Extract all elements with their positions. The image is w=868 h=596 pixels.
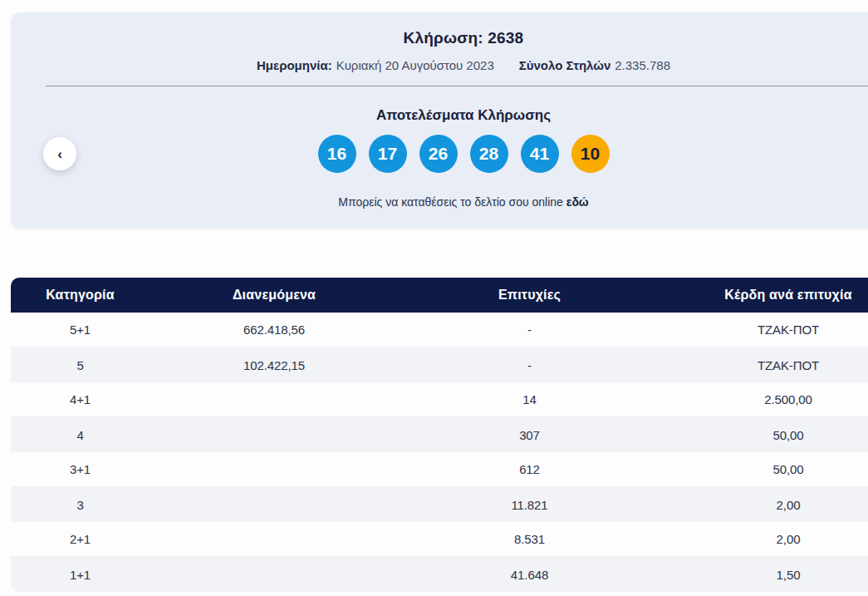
- online-submit-text: Μπορείς να καταθέσεις το δελτίο σου onli…: [11, 195, 868, 209]
- category-cell: 5+1: [11, 313, 150, 347]
- distributed-cell: [150, 557, 399, 592]
- winners-cell: 11.821: [399, 487, 660, 522]
- distributed-cell: [150, 522, 399, 557]
- category-cell: 4+1: [11, 382, 150, 417]
- winners-cell: 8.531: [399, 522, 660, 557]
- winners-cell: -: [399, 347, 660, 382]
- prize-cell: 2,00: [660, 487, 868, 522]
- table-row: 1+141.6481,50: [11, 557, 868, 592]
- prize-cell: 2,00: [660, 522, 868, 557]
- winners-cell: 307: [399, 417, 660, 452]
- table-row: 311.8212,00: [11, 487, 868, 522]
- prize-cell: 1,50: [660, 557, 868, 592]
- total-columns: Σύνολο Στηλών2.335.788: [519, 58, 670, 72]
- table-row: 3+161250,00: [11, 452, 868, 487]
- distributed-cell: 662.418,56: [150, 313, 399, 347]
- category-cell: 4: [11, 417, 150, 452]
- prize-table-section: Κατηγορία Διανεμόμενα Επιτυχίες Κέρδη αν…: [11, 278, 868, 592]
- panel-divider: [46, 86, 868, 86]
- category-cell: 3+1: [11, 452, 150, 487]
- winning-number-ball: 26: [419, 135, 458, 173]
- prize-cell: 50,00: [660, 417, 868, 452]
- total-columns-label: Σύνολο Στηλών: [519, 58, 611, 72]
- table-row: 2+18.5312,00: [11, 522, 868, 557]
- prize-cell: ΤΖΑΚ-ΠΟΤ: [660, 347, 868, 382]
- column-header-prize: Κέρδη ανά επιτυχία: [660, 278, 868, 313]
- table-row: 5+1662.418,56-ΤΖΑΚ-ΠΟΤ: [11, 313, 868, 347]
- winning-number-ball: 17: [369, 135, 407, 173]
- winning-number-ball: 28: [470, 135, 508, 173]
- winners-cell: -: [399, 313, 660, 347]
- category-cell: 1+1: [11, 557, 150, 592]
- draw-date-label: Ημερομηνία:: [257, 58, 332, 72]
- winning-number-ball: 16: [318, 135, 356, 173]
- online-submit-text-body: Μπορείς να καταθέσεις το δελτίο σου onli…: [338, 195, 563, 209]
- distributed-cell: [150, 382, 399, 417]
- table-row: 4+1142.500,00: [11, 382, 868, 417]
- column-header-distributed: Διανεμόμενα: [150, 278, 399, 313]
- category-cell: 3: [11, 487, 150, 522]
- prize-cell: ΤΖΑΚ-ΠΟΤ: [660, 313, 868, 347]
- online-submit-link[interactable]: εδώ: [566, 195, 589, 209]
- draw-date-value: Κυριακή 20 Αυγούστου 2023: [336, 58, 494, 72]
- winning-numbers-row: 161726284110: [11, 135, 868, 173]
- distributed-cell: [150, 487, 399, 522]
- prize-table: Κατηγορία Διανεμόμενα Επιτυχίες Κέρδη αν…: [11, 278, 868, 592]
- draw-meta-row: Ημερομηνία:Κυριακή 20 Αυγούστου 2023 Σύν…: [11, 58, 868, 72]
- distributed-cell: [150, 417, 399, 452]
- chevron-left-icon: ‹: [57, 147, 62, 161]
- prize-cell: 50,00: [660, 452, 868, 487]
- winners-cell: 14: [399, 382, 660, 417]
- winning-number-ball: 41: [521, 135, 559, 173]
- table-row: 430750,00: [11, 417, 868, 452]
- results-heading: Αποτελέσματα Κλήρωσης: [11, 107, 868, 124]
- draw-date: Ημερομηνία:Κυριακή 20 Αυγούστου 2023: [257, 58, 494, 72]
- draw-title: Κλήρωση: 2638: [11, 29, 868, 47]
- distributed-cell: 102.422,15: [150, 347, 399, 382]
- column-header-winners: Επιτυχίες: [399, 278, 660, 313]
- total-columns-value: 2.335.788: [615, 58, 670, 72]
- previous-draw-button[interactable]: ‹: [43, 137, 76, 170]
- winners-cell: 41.648: [399, 557, 660, 592]
- category-cell: 2+1: [11, 522, 150, 557]
- prize-table-header-row: Κατηγορία Διανεμόμενα Επιτυχίες Κέρδη αν…: [11, 278, 868, 313]
- winners-cell: 612: [399, 452, 660, 487]
- table-row: 5102.422,15-ΤΖΑΚ-ΠΟΤ: [11, 347, 868, 382]
- column-header-category: Κατηγορία: [11, 278, 150, 313]
- prize-cell: 2.500,00: [660, 382, 868, 417]
- distributed-cell: [150, 452, 399, 487]
- bonus-number-ball: 10: [571, 135, 610, 173]
- category-cell: 5: [11, 347, 150, 382]
- draw-results-panel: ‹ Κλήρωση: 2638 Ημερομηνία:Κυριακή 20 Αυ…: [11, 12, 868, 229]
